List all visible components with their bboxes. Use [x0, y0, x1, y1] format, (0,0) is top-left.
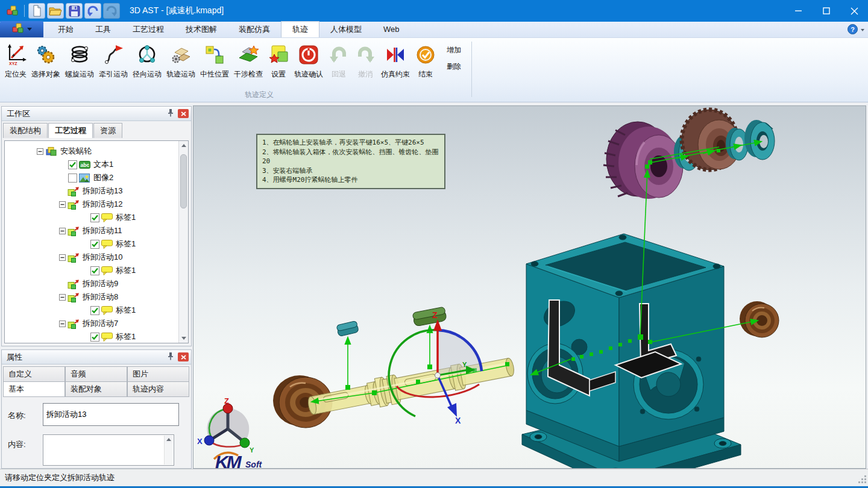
ribbon-tab-工具[interactable]: 工具	[84, 21, 122, 37]
chevron-down-icon[interactable]	[861, 29, 864, 31]
tree-item-标签1[interactable]: 标签1	[5, 211, 188, 224]
ribbon-button-设置[interactable]: 设置	[265, 40, 292, 81]
workspace-tab-装配结构[interactable]: 装配结构	[3, 123, 48, 138]
expander-minus-icon[interactable]	[57, 254, 67, 261]
scroll-up-button[interactable]	[165, 436, 172, 443]
ribbon-button-径向运动[interactable]: 径向运动	[130, 40, 164, 81]
save-button[interactable]	[66, 3, 83, 19]
ribbon-button-轨迹确认[interactable]: 轨迹确认	[292, 40, 326, 81]
checkbox-checked[interactable]	[89, 266, 100, 275]
name-input[interactable]	[43, 403, 179, 426]
expander-minus-icon[interactable]	[57, 294, 67, 301]
group-divider	[471, 42, 472, 97]
properties-panel-title: 属性	[7, 352, 22, 363]
tree-item-拆卸活动7[interactable]: 拆卸活动7	[5, 317, 188, 330]
flat-key-large	[412, 307, 447, 327]
instruction-line: 3、安装右端轴承	[262, 166, 439, 176]
redo-button[interactable]	[103, 3, 120, 19]
tree-item-图像2[interactable]: 图像2	[5, 171, 188, 184]
checkbox-checked[interactable]	[89, 333, 100, 342]
tree-item-拆卸活动13[interactable]: 拆卸活动13	[5, 184, 188, 198]
svg-text:XYZ: XYZ	[9, 61, 17, 66]
tree-item-拆卸活动11[interactable]: 拆卸活动11	[5, 224, 188, 237]
expander-minus-icon[interactable]	[57, 228, 67, 234]
workspace-tab-工艺过程[interactable]: 工艺过程	[48, 123, 93, 138]
status-message: 请移动定位夹定义拆卸活动轨迹	[5, 472, 115, 483]
ribbon-button-干涉检查[interactable]: 干涉检查	[231, 40, 265, 81]
ribbon-button-结束[interactable]: 结束	[412, 40, 439, 81]
tree-item-拆卸活动12[interactable]: 拆卸活动12	[5, 198, 188, 211]
tree-item-拆卸活动8[interactable]: 拆卸活动8	[5, 290, 188, 304]
image-icon	[78, 174, 91, 183]
tree-item-标签1[interactable]: 标签1	[5, 304, 188, 317]
checkbox-checked[interactable]	[89, 240, 100, 249]
ribbon-button-定位夹[interactable]: XYZ定位夹	[2, 40, 29, 81]
scrollbar-thumb[interactable]	[180, 154, 187, 208]
minimize-button[interactable]	[785, 0, 813, 22]
constraint-icon	[385, 42, 406, 68]
checkbox-checked[interactable]	[89, 213, 100, 222]
ribbon-tab-技术图解[interactable]: 技术图解	[175, 21, 228, 37]
properties-tab-图片[interactable]: 图片	[127, 366, 189, 382]
ribbon-tab-轨迹[interactable]: 轨迹	[281, 21, 319, 37]
tree-item-标签1[interactable]: 标签1	[5, 330, 188, 343]
ribbon-tab-装配仿真[interactable]: 装配仿真	[228, 21, 281, 37]
new-document-button[interactable]	[28, 3, 45, 19]
tree-item-标签1[interactable]: 标签1	[5, 237, 188, 251]
close-button[interactable]	[840, 0, 868, 22]
pin-icon[interactable]	[167, 108, 174, 119]
ribbon-tab-开始[interactable]: 开始	[47, 21, 84, 37]
undo-button[interactable]	[84, 3, 101, 19]
workspace-tab-资源[interactable]: 资源	[93, 123, 122, 138]
ribbon-button-label: 回退	[332, 69, 346, 80]
interference-icon	[237, 42, 259, 68]
settings-star-icon	[268, 42, 289, 68]
ribbon-tab-工艺过程[interactable]: 工艺过程	[122, 21, 175, 37]
properties-tab-装配对象[interactable]: 装配对象	[65, 381, 127, 397]
tree-item-文本1[interactable]: abc文本1	[5, 158, 188, 171]
checkbox-checked[interactable]	[89, 306, 100, 315]
ribbon-tab-人体模型[interactable]: 人体模型	[319, 21, 373, 37]
application-menu-button[interactable]	[0, 21, 43, 37]
worm-shaft	[306, 352, 517, 421]
close-panel-button[interactable]	[178, 109, 189, 118]
scroll-down-button[interactable]	[179, 334, 188, 343]
tree-item-label: 拆卸活动10	[83, 252, 122, 263]
locator-manipulator[interactable]: Z X Y	[389, 310, 482, 425]
expander-minus-icon[interactable]	[35, 148, 45, 155]
scroll-up-button[interactable]	[179, 141, 188, 150]
ribbon-button-轨迹运动[interactable]: 轨迹运动	[164, 40, 198, 81]
content-textarea[interactable]	[43, 434, 174, 466]
close-panel-button[interactable]	[178, 352, 189, 361]
checkbox-checked[interactable]	[67, 160, 78, 169]
resize-grip[interactable]	[858, 475, 866, 483]
help-icon[interactable]: ?	[848, 24, 858, 36]
tree-item-label: 拆卸活动12	[83, 199, 122, 210]
ribbon-button-增加[interactable]: 增加	[444, 44, 464, 57]
tree-item-拆卸活动10[interactable]: 拆卸活动10	[5, 251, 188, 264]
properties-tab-音频[interactable]: 音频	[65, 366, 127, 382]
ribbon-button-中性位置[interactable]: 中性位置	[198, 40, 231, 81]
tree-item-安装蜗轮[interactable]: 安装蜗轮	[5, 145, 188, 158]
tree-item-标签1[interactable]: 标签1	[5, 264, 188, 277]
ribbon-tab-Web[interactable]: Web	[373, 21, 410, 37]
ribbon-button-牵引运动[interactable]: 牵引运动	[96, 40, 130, 81]
ribbon-button-选择对象[interactable]: 选择对象	[29, 40, 63, 81]
pin-icon[interactable]	[167, 352, 174, 362]
viewport-3d[interactable]: Z X Y Z X Y KM Soft 1、在蜗轮轴上安装轴承，再安装平键1	[193, 105, 866, 469]
properties-tab-轨迹内容[interactable]: 轨迹内容	[127, 381, 189, 397]
properties-tab-基本[interactable]: 基本	[3, 381, 65, 397]
tree-scrollbar[interactable]	[178, 141, 188, 343]
expander-minus-icon[interactable]	[57, 201, 67, 208]
ribbon-button-删除[interactable]: 删除	[444, 60, 464, 73]
tree-item-拆卸活动9[interactable]: 拆卸活动9	[5, 277, 188, 290]
ribbon-button-label: 螺旋运动	[65, 69, 94, 80]
expander-minus-icon[interactable]	[57, 321, 67, 327]
ribbon-button-螺旋运动[interactable]: 螺旋运动	[63, 40, 96, 81]
checkbox-unchecked[interactable]	[67, 174, 78, 183]
tree-item-label: 标签1	[116, 212, 136, 223]
open-file-button[interactable]	[47, 3, 64, 19]
properties-tab-自定义[interactable]: 自定义	[3, 366, 65, 382]
ribbon-button-仿真约束[interactable]: 仿真约束	[379, 40, 412, 81]
maximize-button[interactable]	[813, 0, 840, 22]
